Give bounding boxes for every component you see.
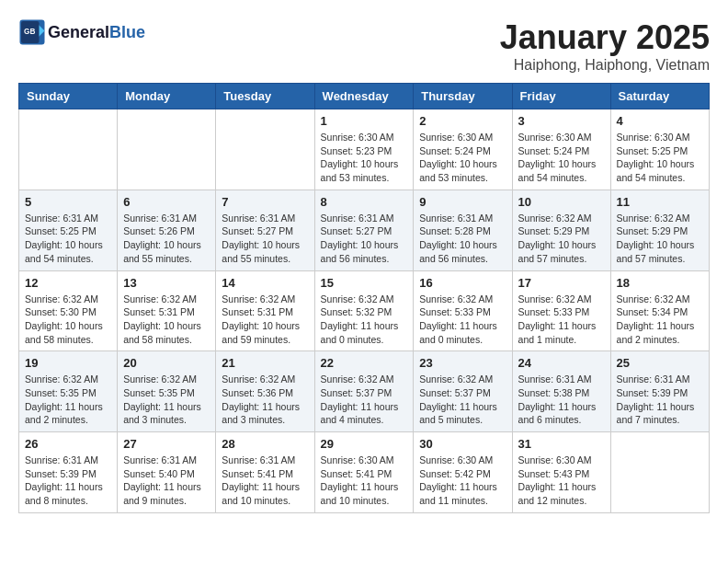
- weekday-header: Sunday: [19, 84, 118, 109]
- day-number: 16: [419, 276, 506, 290]
- day-info: Sunrise: 6:32 AM Sunset: 5:34 PM Dayligh…: [617, 293, 703, 347]
- day-info: Sunrise: 6:30 AM Sunset: 5:42 PM Dayligh…: [419, 454, 506, 508]
- calendar-day-cell: 2Sunrise: 6:30 AM Sunset: 5:24 PM Daylig…: [414, 109, 512, 190]
- day-info: Sunrise: 6:31 AM Sunset: 5:38 PM Dayligh…: [518, 373, 605, 427]
- day-number: 19: [25, 356, 111, 370]
- calendar-day-cell: 20Sunrise: 6:32 AM Sunset: 5:35 PM Dayli…: [118, 351, 216, 432]
- calendar-day-cell: 13Sunrise: 6:32 AM Sunset: 5:31 PM Dayli…: [118, 270, 216, 351]
- logo: GB GeneralBlue: [18, 18, 145, 46]
- weekday-header: Friday: [512, 84, 610, 109]
- day-number: 8: [321, 195, 408, 209]
- calendar-day-cell: 29Sunrise: 6:30 AM Sunset: 5:41 PM Dayli…: [314, 432, 414, 513]
- day-info: Sunrise: 6:30 AM Sunset: 5:25 PM Dayligh…: [617, 131, 703, 185]
- calendar-day-cell: 28Sunrise: 6:31 AM Sunset: 5:41 PM Dayli…: [216, 432, 314, 513]
- day-number: 5: [25, 195, 111, 209]
- calendar-day-cell: 30Sunrise: 6:30 AM Sunset: 5:42 PM Dayli…: [414, 432, 512, 513]
- logo-icon: GB: [18, 18, 46, 46]
- day-number: 26: [25, 437, 111, 451]
- calendar-week-row: 26Sunrise: 6:31 AM Sunset: 5:39 PM Dayli…: [19, 432, 710, 513]
- calendar-day-cell: [216, 109, 314, 190]
- calendar-day-cell: 24Sunrise: 6:31 AM Sunset: 5:38 PM Dayli…: [512, 351, 610, 432]
- day-info: Sunrise: 6:32 AM Sunset: 5:35 PM Dayligh…: [123, 373, 210, 427]
- day-number: 24: [518, 356, 605, 370]
- page-header: GB GeneralBlue January 2025 Haiphong, Ha…: [18, 18, 710, 74]
- location: Haiphong, Haiphong, Vietnam: [500, 57, 710, 74]
- weekday-header: Thursday: [414, 84, 512, 109]
- day-info: Sunrise: 6:31 AM Sunset: 5:26 PM Dayligh…: [123, 212, 210, 266]
- day-info: Sunrise: 6:32 AM Sunset: 5:31 PM Dayligh…: [222, 293, 308, 347]
- day-number: 1: [321, 114, 408, 128]
- day-number: 17: [518, 276, 605, 290]
- calendar-day-cell: 1Sunrise: 6:30 AM Sunset: 5:23 PM Daylig…: [314, 109, 414, 190]
- weekday-header: Tuesday: [216, 84, 314, 109]
- calendar-day-cell: 25Sunrise: 6:31 AM Sunset: 5:39 PM Dayli…: [610, 351, 709, 432]
- calendar-week-row: 12Sunrise: 6:32 AM Sunset: 5:30 PM Dayli…: [19, 270, 710, 351]
- calendar-day-cell: 8Sunrise: 6:31 AM Sunset: 5:27 PM Daylig…: [314, 190, 414, 270]
- day-number: 25: [617, 356, 703, 370]
- calendar-day-cell: 26Sunrise: 6:31 AM Sunset: 5:39 PM Dayli…: [19, 432, 118, 513]
- day-info: Sunrise: 6:32 AM Sunset: 5:30 PM Dayligh…: [25, 293, 111, 347]
- calendar-day-cell: 31Sunrise: 6:30 AM Sunset: 5:43 PM Dayli…: [512, 432, 610, 513]
- day-number: 6: [123, 195, 210, 209]
- weekday-header: Saturday: [610, 84, 709, 109]
- day-info: Sunrise: 6:32 AM Sunset: 5:35 PM Dayligh…: [25, 373, 111, 427]
- day-number: 29: [321, 437, 408, 451]
- day-info: Sunrise: 6:31 AM Sunset: 5:39 PM Dayligh…: [617, 373, 703, 427]
- calendar-day-cell: 19Sunrise: 6:32 AM Sunset: 5:35 PM Dayli…: [19, 351, 118, 432]
- day-number: 10: [518, 195, 605, 209]
- calendar-day-cell: 9Sunrise: 6:31 AM Sunset: 5:28 PM Daylig…: [414, 190, 512, 270]
- day-info: Sunrise: 6:32 AM Sunset: 5:33 PM Dayligh…: [518, 293, 605, 347]
- day-number: 3: [518, 114, 605, 128]
- calendar-day-cell: [610, 432, 709, 513]
- day-number: 30: [419, 437, 506, 451]
- calendar-day-cell: 16Sunrise: 6:32 AM Sunset: 5:33 PM Dayli…: [414, 270, 512, 351]
- month-title: January 2025: [500, 18, 710, 57]
- day-number: 2: [419, 114, 506, 128]
- calendar-day-cell: 12Sunrise: 6:32 AM Sunset: 5:30 PM Dayli…: [19, 270, 118, 351]
- day-number: 14: [222, 276, 308, 290]
- calendar-day-cell: 22Sunrise: 6:32 AM Sunset: 5:37 PM Dayli…: [314, 351, 414, 432]
- calendar-day-cell: [118, 109, 216, 190]
- day-number: 4: [617, 114, 703, 128]
- calendar-day-cell: 21Sunrise: 6:32 AM Sunset: 5:36 PM Dayli…: [216, 351, 314, 432]
- calendar-day-cell: 23Sunrise: 6:32 AM Sunset: 5:37 PM Dayli…: [414, 351, 512, 432]
- day-info: Sunrise: 6:31 AM Sunset: 5:41 PM Dayligh…: [222, 454, 308, 508]
- calendar: SundayMondayTuesdayWednesdayThursdayFrid…: [18, 83, 710, 513]
- day-number: 9: [419, 195, 506, 209]
- calendar-day-cell: 11Sunrise: 6:32 AM Sunset: 5:29 PM Dayli…: [610, 190, 709, 270]
- day-info: Sunrise: 6:32 AM Sunset: 5:31 PM Dayligh…: [123, 293, 210, 347]
- day-info: Sunrise: 6:32 AM Sunset: 5:29 PM Dayligh…: [518, 212, 605, 266]
- day-info: Sunrise: 6:31 AM Sunset: 5:27 PM Dayligh…: [321, 212, 408, 266]
- calendar-day-cell: 18Sunrise: 6:32 AM Sunset: 5:34 PM Dayli…: [610, 270, 709, 351]
- day-info: Sunrise: 6:31 AM Sunset: 5:28 PM Dayligh…: [419, 212, 506, 266]
- svg-text:GB: GB: [24, 28, 35, 36]
- calendar-header-row: SundayMondayTuesdayWednesdayThursdayFrid…: [19, 84, 710, 109]
- day-info: Sunrise: 6:30 AM Sunset: 5:23 PM Dayligh…: [321, 131, 408, 185]
- day-number: 7: [222, 195, 308, 209]
- day-number: 20: [123, 356, 210, 370]
- day-number: 27: [123, 437, 210, 451]
- weekday-header: Wednesday: [314, 84, 414, 109]
- calendar-day-cell: 17Sunrise: 6:32 AM Sunset: 5:33 PM Dayli…: [512, 270, 610, 351]
- day-info: Sunrise: 6:31 AM Sunset: 5:25 PM Dayligh…: [25, 212, 111, 266]
- calendar-day-cell: 6Sunrise: 6:31 AM Sunset: 5:26 PM Daylig…: [118, 190, 216, 270]
- day-number: 28: [222, 437, 308, 451]
- day-number: 12: [25, 276, 111, 290]
- title-block: January 2025 Haiphong, Haiphong, Vietnam: [500, 18, 710, 74]
- day-info: Sunrise: 6:30 AM Sunset: 5:24 PM Dayligh…: [518, 131, 605, 185]
- day-number: 13: [123, 276, 210, 290]
- day-number: 15: [321, 276, 408, 290]
- day-info: Sunrise: 6:30 AM Sunset: 5:24 PM Dayligh…: [419, 131, 506, 185]
- day-info: Sunrise: 6:32 AM Sunset: 5:37 PM Dayligh…: [419, 373, 506, 427]
- day-info: Sunrise: 6:30 AM Sunset: 5:41 PM Dayligh…: [321, 454, 408, 508]
- calendar-day-cell: 27Sunrise: 6:31 AM Sunset: 5:40 PM Dayli…: [118, 432, 216, 513]
- day-number: 11: [617, 195, 703, 209]
- day-info: Sunrise: 6:32 AM Sunset: 5:29 PM Dayligh…: [617, 212, 703, 266]
- day-number: 21: [222, 356, 308, 370]
- calendar-week-row: 1Sunrise: 6:30 AM Sunset: 5:23 PM Daylig…: [19, 109, 710, 190]
- day-number: 23: [419, 356, 506, 370]
- day-info: Sunrise: 6:32 AM Sunset: 5:33 PM Dayligh…: [419, 293, 506, 347]
- calendar-day-cell: 14Sunrise: 6:32 AM Sunset: 5:31 PM Dayli…: [216, 270, 314, 351]
- day-info: Sunrise: 6:31 AM Sunset: 5:39 PM Dayligh…: [25, 454, 111, 508]
- day-info: Sunrise: 6:32 AM Sunset: 5:36 PM Dayligh…: [222, 373, 308, 427]
